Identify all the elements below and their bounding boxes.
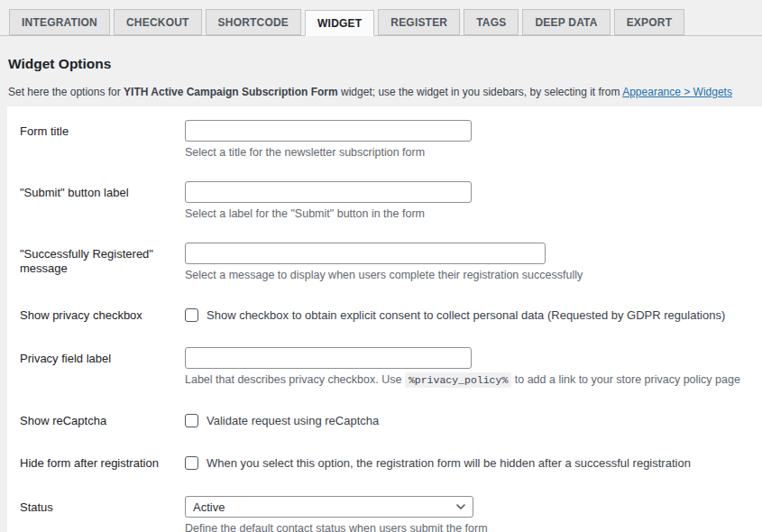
submit-label-description: Select a label for the "Submit" button i… xyxy=(185,207,749,221)
status-select[interactable]: Active xyxy=(185,496,473,518)
submit-label-row: "Submit" button label Select a label for… xyxy=(20,181,749,221)
show-privacy-label: Show privacy checkbox xyxy=(20,307,185,323)
privacy-label-label: Privacy field label xyxy=(20,347,185,387)
tab-integration[interactable]: INTEGRATION xyxy=(9,9,110,35)
tab-shortcode[interactable]: SHORTCODE xyxy=(206,9,301,35)
privacy-policy-code: %privacy_policy% xyxy=(405,372,511,388)
success-message-description: Select a message to display when users c… xyxy=(185,269,749,282)
hide-form-checkbox[interactable] xyxy=(185,456,198,470)
tab-widget[interactable]: WIDGET xyxy=(305,10,374,36)
page-header: Widget Options Set here the options for … xyxy=(0,36,762,99)
show-recaptcha-checkbox[interactable] xyxy=(185,414,198,427)
tab-checkout[interactable]: CHECKOUT xyxy=(114,9,202,35)
subtitle-text: Set here the options for xyxy=(8,86,124,98)
submit-label-input[interactable] xyxy=(185,181,472,203)
tab-tags[interactable]: TAGS xyxy=(464,9,519,35)
tab-deep-data[interactable]: DEEP DATA xyxy=(522,9,610,35)
submit-label-label: "Submit" button label xyxy=(20,181,185,221)
page-title: Widget Options xyxy=(8,55,749,72)
form-title-label: Form title xyxy=(20,120,185,160)
privacy-label-input[interactable] xyxy=(185,347,472,369)
settings-tab-bar: INTEGRATION CHECKOUT SHORTCODE WIDGET RE… xyxy=(0,0,762,36)
show-recaptcha-label: Show reCaptcha xyxy=(20,413,185,428)
hide-form-checkbox-label[interactable]: When you select this option, the registr… xyxy=(207,455,691,471)
hide-form-label: Hide form after registration xyxy=(20,455,185,471)
show-privacy-checkbox-label[interactable]: Show checkbox to obtain explicit consent… xyxy=(207,307,725,323)
plugin-name-text: YITH Active Campaign Subscription Form xyxy=(124,86,338,98)
tab-register[interactable]: REGISTER xyxy=(378,9,460,35)
subtitle-text: widget; use the widget in you sidebars, … xyxy=(338,86,623,98)
privacy-label-row: Privacy field label Label that describes… xyxy=(20,347,749,387)
privacy-label-description: Label that describes privacy checkbox. U… xyxy=(185,373,749,387)
form-title-input[interactable] xyxy=(185,120,472,142)
appearance-widgets-link[interactable]: Appearance > Widgets xyxy=(622,86,732,98)
hide-form-row: Hide form after registration When you se… xyxy=(20,455,749,471)
description-text: to add a link to your store privacy poli… xyxy=(511,373,740,386)
success-message-input[interactable] xyxy=(185,243,546,264)
status-row: Status Active Define the default contact… xyxy=(20,496,749,532)
show-recaptcha-row: Show reCaptcha Validate request using re… xyxy=(20,413,749,428)
show-privacy-checkbox[interactable] xyxy=(185,308,198,322)
status-label: Status xyxy=(20,496,185,532)
form-title-row: Form title Select a title for the newsle… xyxy=(20,120,749,160)
widget-options-panel: Form title Select a title for the newsle… xyxy=(7,106,762,532)
success-message-row: "Successfully Registered" message Select… xyxy=(20,243,749,282)
tab-export[interactable]: EXPORT xyxy=(614,9,685,35)
status-description: Define the default contact status when u… xyxy=(185,522,749,532)
page-subtitle: Set here the options for YITH Active Cam… xyxy=(8,86,749,99)
show-recaptcha-checkbox-label[interactable]: Validate request using reCaptcha xyxy=(207,413,379,428)
success-message-label: "Successfully Registered" message xyxy=(20,243,185,282)
description-text: Label that describes privacy checkbox. U… xyxy=(185,373,405,386)
form-title-description: Select a title for the newsletter subscr… xyxy=(185,146,749,160)
show-privacy-row: Show privacy checkbox Show checkbox to o… xyxy=(20,307,749,323)
